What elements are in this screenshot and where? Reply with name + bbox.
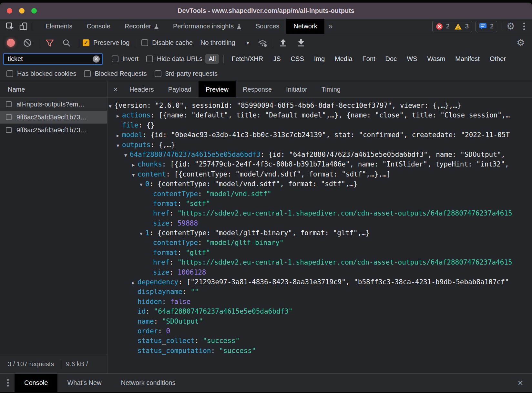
expand-triangle-icon[interactable]: ▶ [117,131,122,140]
third-party-requests-checkbox[interactable] [155,70,161,77]
json-line[interactable]: format: "sdtf" [107,199,532,208]
throttling-select[interactable]: No throttling [200,39,235,46]
filter-type-ws[interactable]: WS [403,54,421,64]
json-line[interactable]: file: {} [107,120,532,130]
json-line[interactable]: status_computation: "success" [107,346,532,356]
export-har-icon[interactable] [296,37,307,48]
expand-triangle-icon[interactable]: ▶ [132,160,138,169]
network-settings-gear-icon[interactable]: ⚙ [517,38,525,47]
json-line[interactable]: ▼0: {contentType: "model/vnd.sdtf", form… [107,179,532,189]
request-row[interactable]: 9ff6ac25afd3a9cf1b73… [0,111,107,124]
request-row[interactable]: all-inputs-outputs?em… [0,98,107,111]
details-tab-response[interactable]: Response [236,81,279,97]
network-toolbar: ✓ Preserve log Disable cache No throttli… [0,34,532,51]
json-line[interactable]: size: 59888 [107,218,532,228]
json-line[interactable]: ▼content: [{contentType: "model/vnd.sdtf… [107,169,532,179]
drawer-kebab-icon[interactable] [5,379,11,387]
details-tab-timing[interactable]: Timing [314,81,348,97]
record-network-log-button[interactable] [7,39,15,47]
filter-icon[interactable] [44,37,55,48]
json-line[interactable]: status_collect: "success" [107,336,532,346]
json-line[interactable]: contentType: "model/gltf-binary" [107,238,532,247]
filter-type-other[interactable]: Other [486,54,509,64]
filter-type-wasm[interactable]: Wasm [424,54,449,64]
filter-type-css[interactable]: CSS [287,54,308,64]
hide-data-urls-checkbox[interactable] [146,55,153,62]
details-tab-headers[interactable]: Headers [122,81,161,97]
request-row[interactable]: 9ff6ac25afd3a9cf1b73… [0,124,107,136]
requests-column-header[interactable]: Name [0,81,107,98]
details-tab-preview[interactable]: Preview [199,81,236,97]
json-line[interactable]: ▶model: {id: "0be4ac93-e3db-41c3-bb0c-31… [107,130,532,140]
filter-type-fetch-xhr[interactable]: Fetch/XHR [228,54,267,64]
drawer-tab-network-conditions[interactable]: Network conditions [111,374,185,392]
collapse-triangle-icon[interactable]: ▼ [109,101,114,110]
json-line[interactable]: href: "https://sddev2.eu-central-1.shape… [107,257,532,267]
clear-filter-icon[interactable] [93,55,100,63]
request-checkbox[interactable] [6,114,12,120]
has-blocked-cookies-checkbox[interactable] [6,70,13,77]
json-line[interactable]: id: "64af28807476237a4615e5e05da6bdf3" [107,307,532,316]
inspect-element-icon[interactable] [5,21,15,32]
json-line[interactable]: ▶chunks: [{id: "257479cb-2e4f-4f3c-80b8-… [107,159,532,169]
json-line[interactable]: ▼1: {contentType: "model/gltf-binary", f… [107,228,532,238]
close-drawer-icon[interactable]: × [512,378,527,388]
close-details-icon[interactable]: × [107,86,122,93]
json-line[interactable]: ▼outputs: {,…} [107,140,532,150]
expand-triangle-icon[interactable]: ▶ [117,111,122,120]
preserve-log-checkbox[interactable]: ✓ [83,39,89,46]
json-line[interactable]: name: "SDOutput" [107,317,532,326]
json-line[interactable]: format: "gltf" [107,248,532,257]
invert-checkbox[interactable] [112,55,118,62]
json-line[interactable]: displayname: "" [107,287,532,297]
filter-type-font[interactable]: Font [359,54,379,64]
tab-network[interactable]: Network [286,19,324,34]
more-options-kebab-icon[interactable] [521,23,527,30]
import-har-icon[interactable] [278,37,289,48]
tab-console[interactable]: Console [79,19,117,34]
request-checkbox[interactable] [6,127,12,133]
search-icon[interactable] [61,37,72,48]
issues-badge[interactable]: 2 3 [432,21,472,32]
filter-type-manifest[interactable]: Manifest [452,54,483,64]
blocked-requests-checkbox[interactable] [84,70,91,77]
json-line[interactable]: order: 0 [107,326,532,336]
details-tab-payload[interactable]: Payload [161,81,199,97]
collapse-triangle-icon[interactable]: ▼ [140,229,145,238]
filter-input[interactable] [3,53,103,65]
tab-recorder[interactable]: Recorder [118,19,166,34]
json-line[interactable]: ▼{version: "2.6.0", sessionId: "85990094… [107,101,532,110]
expand-triangle-icon[interactable]: ▶ [132,278,138,287]
drawer-tab-console[interactable]: Console [15,374,57,392]
collapse-triangle-icon[interactable]: ▼ [132,170,138,179]
tab-sources[interactable]: Sources [249,19,286,34]
settings-gear-icon[interactable]: ⚙ [506,22,515,31]
json-line[interactable]: ▼64af28807476237a4615e5e05da6bdf3: {id: … [107,150,532,159]
json-line[interactable]: contentType: "model/vnd.sdtf" [107,189,532,199]
collapse-triangle-icon[interactable]: ▼ [140,180,145,189]
drawer-tab-what-s-new[interactable]: What's New [57,374,111,392]
messages-badge[interactable]: 2 [476,21,497,32]
filter-type-doc[interactable]: Doc [382,54,401,64]
clear-network-log-icon[interactable] [22,37,33,48]
filter-type-img[interactable]: Img [311,54,328,64]
more-tabs-chevron-icon[interactable]: » [324,22,337,31]
disable-cache-checkbox[interactable] [141,39,148,46]
json-line[interactable]: ▶dependency: ["21293e97-3a81-4836-8423-8… [107,277,532,287]
filter-type-js[interactable]: JS [270,54,284,64]
json-line[interactable]: ▶actions: [{name: "default", title: "Def… [107,110,532,120]
details-tab-initiator[interactable]: Initiator [279,81,314,97]
request-checkbox[interactable] [6,101,12,107]
collapse-triangle-icon[interactable]: ▼ [124,150,130,159]
tab-performance-insights[interactable]: Performance insights [166,19,249,34]
filter-type-media[interactable]: Media [331,54,356,64]
chevron-down-icon[interactable]: ▼ [246,40,250,45]
json-line[interactable]: size: 1006128 [107,267,532,277]
filter-type-all[interactable]: All [205,54,219,64]
tab-elements[interactable]: Elements [38,19,79,34]
network-conditions-icon[interactable] [257,37,268,48]
json-line[interactable]: href: "https://sddev2.eu-central-1.shape… [107,208,532,218]
collapse-triangle-icon[interactable]: ▼ [117,141,122,150]
json-line[interactable]: hidden: false [107,297,532,307]
device-toolbar-icon[interactable] [18,21,29,32]
